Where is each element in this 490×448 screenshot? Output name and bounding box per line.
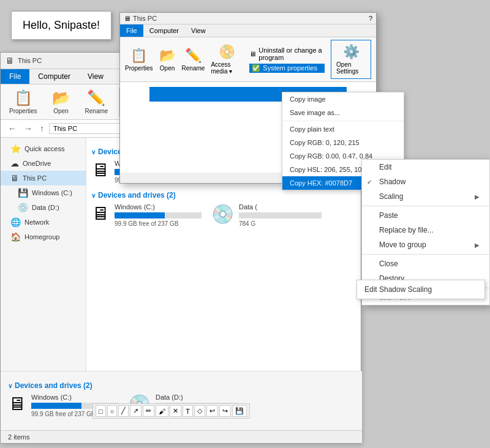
sidebar-item-windows-c-label: Windows (C:) xyxy=(32,189,72,196)
overlay-titlebar-btns: ? xyxy=(369,15,372,22)
drive-windows-c-2[interactable]: 🖥 Windows (C:) 99.9 GB free of 237 GB xyxy=(91,203,202,227)
tool-line[interactable]: ╱ xyxy=(118,405,129,417)
snip-copy-image[interactable]: Copy image xyxy=(282,92,404,106)
snip-copy-rgb1[interactable]: Copy RGB: 0, 120, 215 xyxy=(282,136,404,149)
bottom-drive-c-icon: 🖥 xyxy=(8,394,26,414)
up-button[interactable]: ↑ xyxy=(37,122,47,135)
ribbon-rename[interactable]: ✏️ Rename xyxy=(81,87,112,117)
windows-c-icon: 💾 xyxy=(18,188,28,198)
bottom-section: ∨ Devices and drives (2) 🖥 Windows (C:) … xyxy=(1,371,362,432)
network-icon: 🌐 xyxy=(10,217,21,227)
ctx-close-label: Close xyxy=(379,259,398,268)
ctx-scaling-label: Scaling xyxy=(379,192,403,201)
overlay-access-media-label: Access media ▾ xyxy=(211,61,243,75)
quickaccess-icon: ⭐ xyxy=(10,144,21,154)
ctx-shadow-label: Shadow xyxy=(379,177,405,186)
onedrive-icon: ☁ xyxy=(10,159,19,168)
tab-computer[interactable]: Computer xyxy=(29,69,79,84)
sidebar-item-windows-c[interactable]: 💾 Windows (C:) xyxy=(1,185,86,200)
overlay-ribbon-open[interactable]: 📂 Open xyxy=(159,48,176,72)
ctx-close[interactable]: Close xyxy=(362,256,489,271)
tool-rect[interactable]: □ xyxy=(96,405,106,417)
overlay-properties-icon: 📋 xyxy=(130,48,147,64)
sidebar-item-data-d[interactable]: 💿 Data (D:) xyxy=(1,200,86,215)
snip-save-image[interactable]: Save image as... xyxy=(282,106,404,119)
ctx-move-group[interactable]: Move to group ▶ xyxy=(362,237,489,252)
uninstall-icon: 🖥 xyxy=(249,50,256,58)
sidebar-item-homegroup-label: Homegroup xyxy=(24,233,59,241)
section-toggle-2[interactable]: ∨ xyxy=(91,192,96,199)
tab-view[interactable]: View xyxy=(79,69,112,84)
overlay-tab-computer[interactable]: Computer xyxy=(143,24,185,37)
ctx-scaling-arrow: ▶ xyxy=(475,193,480,200)
open-settings-label: Open Settings xyxy=(336,61,366,75)
tool-pen[interactable]: ✏ xyxy=(143,405,154,417)
ctx-edit[interactable]: Edit xyxy=(362,160,489,174)
drive-c-info-2: Windows (C:) 99.9 GB free of 237 GB xyxy=(115,203,202,227)
overlay-ribbon-properties[interactable]: 📋 Properties xyxy=(125,48,153,72)
drives-row-2: 🖥 Windows (C:) 99.9 GB free of 237 GB 💿 … xyxy=(91,203,356,227)
overlay-access-media-icon: 📀 xyxy=(219,44,235,60)
tool-ellipse[interactable]: ○ xyxy=(107,405,118,417)
tool-redo[interactable]: ↪ xyxy=(219,405,231,417)
tool-cross[interactable]: ✕ xyxy=(170,405,181,417)
tool-text[interactable]: T xyxy=(183,405,193,417)
snipaste-greeting: Hello, Snipaste! xyxy=(11,11,111,40)
snip-copy-plain[interactable]: Copy plain text xyxy=(282,122,404,136)
tab-file[interactable]: File xyxy=(1,69,29,84)
tool-eraser[interactable]: ◇ xyxy=(194,405,205,417)
drive-d-name-2: Data ( xyxy=(239,203,322,211)
overlay-titlebar: 🖥 This PC ? xyxy=(120,13,376,24)
forward-button[interactable]: → xyxy=(21,122,35,135)
tool-save[interactable]: 💾 xyxy=(232,405,247,417)
ctx-replace-file-label: Replace by file... xyxy=(379,226,434,234)
system-props-label: System properties xyxy=(263,64,317,72)
bottom-section-toggle[interactable]: ∨ xyxy=(8,383,12,389)
section-toggle-1[interactable]: ∨ xyxy=(91,149,96,155)
overlay-system-props[interactable]: ✅ System properties xyxy=(249,64,325,73)
ctx-sep-1 xyxy=(362,206,489,206)
open-icon: 📂 xyxy=(52,89,70,106)
overlay-help-btn[interactable]: ? xyxy=(369,15,372,22)
drive-data-d-2[interactable]: 💿 Data ( 784 G xyxy=(211,203,322,227)
ctx-shadow[interactable]: ✓ Shadow xyxy=(362,174,489,189)
ctx-paste[interactable]: Paste xyxy=(362,208,489,223)
overlay-window-title: This PC xyxy=(133,15,366,22)
explorer-icon: 🖥 xyxy=(6,56,14,65)
overlay-open-label: Open xyxy=(160,65,175,72)
overlay-extra-items: 🖥 Uninstall or change a program ✅ System… xyxy=(249,47,325,73)
snip-sep-1 xyxy=(282,121,404,121)
sidebar-item-homegroup[interactable]: 🏠 Homegroup xyxy=(1,230,86,244)
sidebar-item-data-d-label: Data (D:) xyxy=(32,204,59,211)
ctx-replace-file[interactable]: Replace by file... xyxy=(362,223,489,237)
data-d-icon: 💿 xyxy=(18,203,28,212)
rename-icon: ✏️ xyxy=(87,89,105,106)
ribbon-properties[interactable]: 📋 Properties xyxy=(6,87,41,117)
overlay-ribbon-tabs: File Computer View xyxy=(120,24,376,37)
ctx-move-group-arrow: ▶ xyxy=(475,242,480,248)
sidebar-item-onedrive[interactable]: ☁ OneDrive xyxy=(1,156,86,171)
overlay-tab-view[interactable]: View xyxy=(185,24,212,37)
overlay-open-settings[interactable]: ⚙️ Open Settings xyxy=(331,40,371,79)
ribbon-open-label: Open xyxy=(53,108,68,114)
overlay-ribbon-access-media[interactable]: 📀 Access media ▾ xyxy=(211,44,243,75)
tool-arrow[interactable]: ↗ xyxy=(130,405,141,417)
drive-d-bar-bg-2 xyxy=(239,212,322,218)
ctx-scaling[interactable]: Scaling ▶ xyxy=(362,189,489,204)
status-bar: 2 items xyxy=(1,430,362,443)
back-button[interactable]: ← xyxy=(6,122,19,135)
tool-undo[interactable]: ↩ xyxy=(206,405,218,417)
ctx-shadow-check: ✓ xyxy=(367,179,372,185)
uninstall-label: Uninstall or change a program xyxy=(258,47,325,61)
tool-brush[interactable]: 🖌 xyxy=(156,405,168,417)
ribbon-open[interactable]: 📂 Open xyxy=(48,87,74,117)
edit-shadow-scaling-text: Edit Shadow Scaling xyxy=(364,285,432,294)
sidebar-item-quickaccess[interactable]: ⭐ Quick access xyxy=(1,141,86,156)
sidebar-item-network[interactable]: 🌐 Network xyxy=(1,215,86,230)
overlay-ribbon-rename[interactable]: ✏️ Rename xyxy=(182,48,205,72)
overlay-uninstall[interactable]: 🖥 Uninstall or change a program xyxy=(249,47,325,61)
overlay-tab-file[interactable]: File xyxy=(120,24,143,37)
drive-c-name-2: Windows (C:) xyxy=(115,203,202,211)
sidebar-item-thispc[interactable]: 🖥 This PC xyxy=(1,171,86,185)
sidebar-item-quickaccess-label: Quick access xyxy=(24,145,64,152)
